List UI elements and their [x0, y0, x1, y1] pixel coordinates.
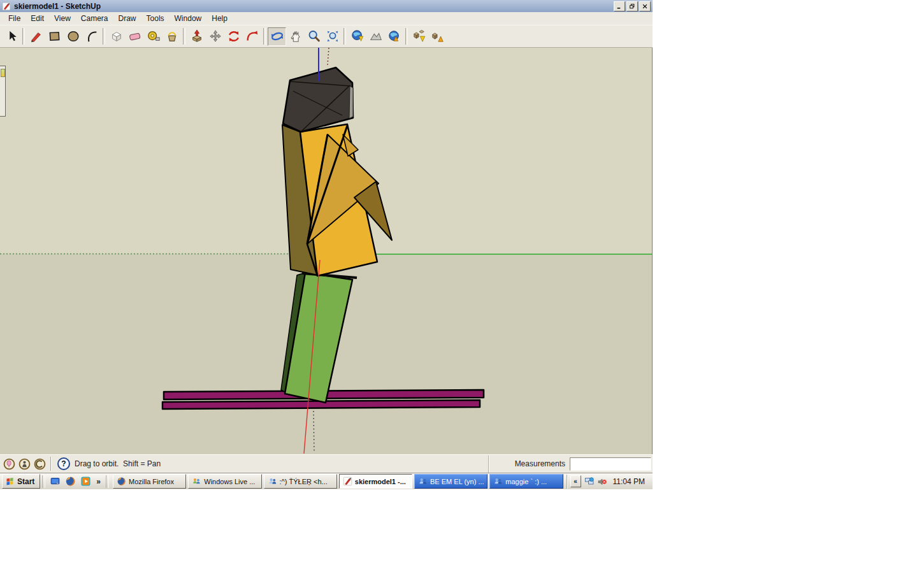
orbit-tool-button[interactable]	[268, 27, 286, 46]
minimize-icon	[616, 3, 623, 10]
model-scene[interactable]	[0, 48, 652, 454]
orbit-tool-icon	[270, 29, 284, 43]
menu-file[interactable]: File	[3, 13, 25, 24]
volume-muted-icon	[597, 477, 607, 487]
tray-network[interactable]	[584, 477, 595, 487]
circle-tool-icon	[66, 29, 80, 43]
zoom-tool-icon	[307, 29, 321, 43]
restore-icon	[629, 3, 635, 10]
status-person-icon	[18, 458, 31, 470]
taskbar-button[interactable]: :^) ŤÝŁEŖ <h...	[264, 474, 337, 489]
pan-tool-button[interactable]	[286, 27, 305, 46]
taskbar-button[interactable]: maggie ` :) ...	[489, 474, 563, 489]
tray-volume-muted[interactable]	[597, 477, 607, 487]
collapsed-panel-tab[interactable]	[0, 66, 6, 117]
menu-view[interactable]: View	[49, 13, 76, 24]
rotate-tool-button[interactable]	[224, 27, 243, 46]
paint-bucket-tool-button[interactable]	[162, 27, 181, 46]
quick-launch-overflow[interactable]: »	[93, 477, 104, 486]
taskbar-separator	[42, 475, 45, 488]
restore-button[interactable]	[626, 1, 638, 11]
toolbar	[0, 25, 653, 48]
get-current-view-tool-button[interactable]	[348, 27, 366, 46]
paint-bucket-tool-icon	[165, 29, 179, 43]
toolbar-separator	[405, 28, 408, 45]
status-person-button[interactable]	[17, 456, 32, 471]
measurements-input[interactable]	[570, 457, 651, 471]
sketchup-window: skiermodel1 - SketchUp FileEditViewCamer…	[0, 0, 653, 489]
zoom-extents-tool-button[interactable]	[323, 27, 342, 46]
get-models-tool-icon	[412, 29, 426, 43]
circle-tool-button[interactable]	[64, 27, 82, 46]
menu-edit[interactable]: Edit	[25, 13, 49, 24]
quicklaunch-show-desktop[interactable]	[48, 475, 61, 488]
zoom-tool-button[interactable]	[305, 27, 323, 46]
menu-draw[interactable]: Draw	[113, 13, 141, 24]
pan-tool-icon	[289, 29, 303, 43]
menu-camera[interactable]: Camera	[76, 13, 113, 24]
menu-tools[interactable]: Tools	[141, 13, 170, 24]
rectangle-tool-button[interactable]	[45, 27, 64, 46]
close-button[interactable]	[639, 1, 651, 11]
status-pin-icon	[3, 458, 15, 470]
toolbar-separator	[343, 28, 346, 45]
taskbar-button-label: maggie ` :) ...	[505, 478, 547, 485]
task-buttons: Mozilla FirefoxWindows Live ...:^) ŤÝŁEŖ…	[113, 474, 563, 489]
status-separator	[50, 457, 52, 471]
toggle-terrain-tool-icon	[369, 29, 383, 43]
line-tool-button[interactable]	[27, 27, 45, 46]
window-controls	[614, 1, 651, 11]
app-logo-icon	[2, 2, 11, 11]
media-player-icon	[80, 476, 91, 487]
tray-collapse-button[interactable]: «	[570, 475, 581, 487]
get-models-tool-button[interactable]	[410, 27, 428, 46]
place-model-tool-button[interactable]	[385, 27, 403, 46]
move-tool-button[interactable]	[206, 27, 224, 46]
start-label: Start	[17, 477, 34, 486]
quick-launch	[48, 475, 92, 488]
measurements-separator	[488, 455, 489, 473]
toggle-terrain-tool-button[interactable]	[366, 27, 385, 46]
status-bar: ? Drag to orbit. Shift = Pan Measurement…	[0, 454, 653, 473]
menu-window[interactable]: Window	[170, 13, 207, 24]
window-title: skiermodel1 - SketchUp	[14, 2, 101, 11]
firefox-icon	[65, 476, 76, 487]
minimize-button[interactable]	[614, 1, 625, 11]
share-model-tool-button[interactable]	[428, 27, 447, 46]
follow-me-tool-button[interactable]	[243, 27, 261, 46]
network-icon	[584, 477, 595, 487]
status-pin-button[interactable]	[1, 456, 17, 471]
tape-measure-tool-icon	[147, 29, 161, 43]
zoom-extents-tool-icon	[326, 29, 340, 43]
quicklaunch-firefox[interactable]	[64, 475, 76, 488]
arc-tool-button[interactable]	[82, 27, 101, 46]
select-tool-button[interactable]	[2, 27, 20, 46]
taskbar-button-label: Mozilla Firefox	[129, 478, 174, 485]
tray-clock[interactable]: 11:04 PM	[610, 477, 647, 486]
taskbar-button[interactable]: Windows Live ...	[188, 474, 261, 489]
viewport[interactable]	[0, 48, 653, 454]
quicklaunch-media-player[interactable]	[79, 475, 92, 488]
toolbar-separator	[183, 28, 185, 45]
push-pull-tool-button[interactable]	[187, 27, 206, 46]
get-current-view-tool-icon	[350, 29, 365, 43]
title-bar[interactable]: skiermodel1 - SketchUp	[0, 0, 653, 12]
help-icon[interactable]: ?	[57, 457, 70, 470]
sketchup-icon	[343, 477, 352, 486]
taskbar: Start » Mozilla FirefoxWindows Live ...:…	[0, 473, 653, 489]
taskbar-button[interactable]: skiermodel1 -...	[339, 474, 412, 489]
tray-icons	[584, 477, 607, 487]
taskbar-button[interactable]: Mozilla Firefox	[113, 474, 186, 489]
eraser-tool-button[interactable]	[126, 27, 144, 46]
collapsed-panel-icon	[1, 69, 5, 77]
menu-help[interactable]: Help	[206, 13, 233, 24]
tape-measure-tool-button[interactable]	[144, 27, 162, 46]
status-claim-button[interactable]	[32, 456, 47, 471]
measurements-area: Measurements	[488, 455, 651, 473]
push-pull-tool-icon	[190, 29, 204, 43]
line-tool-icon	[29, 29, 43, 43]
share-model-tool-icon	[431, 29, 445, 43]
make-component-tool-button[interactable]	[107, 27, 126, 46]
taskbar-button[interactable]: BE EM EL (yn) ...	[414, 474, 487, 489]
start-button[interactable]: Start	[2, 474, 40, 489]
